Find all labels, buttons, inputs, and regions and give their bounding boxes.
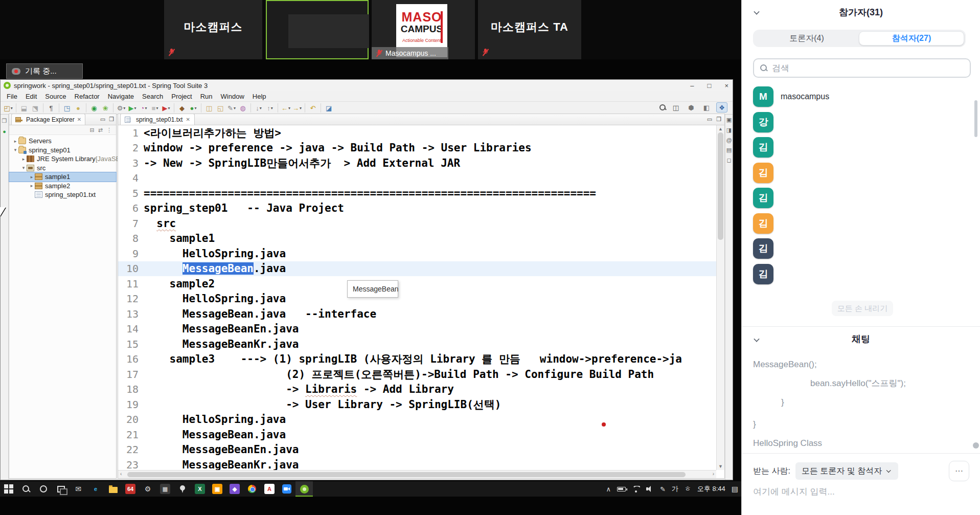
toolbar-open-type-icon[interactable]: ◫: [203, 102, 215, 114]
close-view-icon[interactable]: ✕: [77, 117, 81, 122]
taskbar-settings-icon[interactable]: ⚙: [139, 481, 156, 497]
close-tab-icon[interactable]: ✕: [186, 117, 190, 122]
editor-line-4[interactable]: 4: [118, 171, 716, 186]
quick-search-icon[interactable]: [659, 104, 666, 111]
editor-line-9[interactable]: 9 HelloSpring.java: [118, 246, 716, 261]
minimize-editor-icon[interactable]: ▭: [707, 116, 712, 123]
toolbar-save-all-icon[interactable]: ⬔: [30, 102, 41, 114]
tree-item-src[interactable]: ▾src: [9, 164, 116, 173]
toolbar-import-icon[interactable]: ◱: [215, 102, 226, 114]
menu-edit[interactable]: Edit: [21, 92, 41, 101]
tasks-view-icon[interactable]: ▤: [726, 147, 732, 153]
toolbar-start-server-icon[interactable]: ◉: [88, 102, 100, 114]
taskbar-search-icon[interactable]: [17, 481, 35, 497]
expander-icon[interactable]: ▸: [20, 156, 27, 162]
editor-line-13[interactable]: 13 MessageBean.java --interface: [118, 306, 716, 322]
toolbar-new-wizard-icon[interactable]: ◰▾: [3, 102, 14, 114]
video-tile-1[interactable]: 마소캠퍼스: [164, 0, 262, 59]
taskbar-excel-icon[interactable]: X: [191, 481, 209, 497]
close-button[interactable]: ×: [724, 82, 728, 89]
participant-row[interactable]: 강: [753, 112, 773, 132]
maximize-view-icon[interactable]: ❒: [109, 116, 114, 123]
editor-horizontal-scrollbar[interactable]: ‹ ›: [118, 470, 716, 478]
editor-line-22[interactable]: 22 MessageBeanEn.java: [118, 442, 716, 458]
tab-panelists[interactable]: 토론자(4): [755, 31, 859, 46]
ime-hangul-icon[interactable]: ㅎ: [685, 484, 691, 494]
video-tile-4[interactable]: 마소캠퍼스 TA: [478, 0, 581, 59]
menu-file[interactable]: File: [3, 92, 21, 101]
participant-row[interactable]: 김: [753, 213, 773, 234]
console-view-icon[interactable]: ◻: [726, 157, 731, 164]
boot-dashboard-icon[interactable]: ●: [3, 128, 6, 135]
expander-icon[interactable]: ▸: [29, 183, 35, 188]
editor-vertical-scrollbar[interactable]: ▲ ▼: [716, 125, 724, 470]
perspective-java-icon[interactable]: ❖: [716, 102, 727, 113]
taskbar-edge-icon[interactable]: e: [87, 481, 104, 497]
ime-korean-indicator[interactable]: 가: [672, 484, 678, 494]
video-tile-3[interactable]: MASOCAMPUSActionable ContentMasocampus .…: [372, 0, 475, 59]
taskbar-zoom-icon[interactable]: [278, 481, 295, 497]
editor-line-10[interactable]: 10 MessageBean.java: [118, 261, 716, 277]
participants-scrollbar[interactable]: [974, 100, 977, 137]
editor-line-14[interactable]: 14 MessageBeanEn.java: [118, 322, 716, 337]
menu-search[interactable]: Search: [138, 92, 167, 101]
pen-icon[interactable]: ✎: [660, 485, 666, 493]
participant-row[interactable]: 김: [753, 163, 773, 183]
editor-line-23[interactable]: 23 MessageBeanKr.java: [118, 457, 716, 470]
speaker-icon[interactable]: [646, 486, 654, 492]
toolbar-annotate-icon[interactable]: ✎▾: [226, 102, 237, 114]
toolbar-print-icon[interactable]: ¶: [45, 102, 57, 114]
participant-row[interactable]: Mmasocampus: [753, 86, 829, 107]
editor-line-15[interactable]: 15 MessageBeanKr.java: [118, 337, 716, 352]
collapse-participants-icon[interactable]: [754, 9, 760, 13]
editor-line-18[interactable]: 18 -> Libraris -> Add Library: [118, 382, 716, 397]
taskbar-file-explorer-icon[interactable]: [104, 481, 122, 497]
tree-item-jre-system-library[interactable]: ▸JRE System Library [JavaSE-1.8]: [9, 154, 116, 164]
menu-help[interactable]: Help: [248, 92, 270, 101]
toolbar-external-tools-icon[interactable]: ⚙▾: [116, 102, 127, 114]
recipient-dropdown[interactable]: 모든 토론자 및 참석자: [795, 462, 898, 480]
battery-icon[interactable]: [617, 487, 626, 491]
minimize-button[interactable]: –: [690, 82, 694, 89]
menu-source[interactable]: Source: [41, 92, 70, 101]
toolbar-forward-icon[interactable]: →▾: [291, 102, 303, 114]
collapse-chat-icon[interactable]: [754, 337, 760, 341]
toolbar-coverage-icon[interactable]: ◍: [237, 102, 248, 114]
scroll-down-arrow[interactable]: ▼: [717, 464, 724, 469]
participant-search-input[interactable]: 검색: [753, 58, 971, 78]
expander-icon[interactable]: ▸: [12, 139, 18, 144]
editor-line-6[interactable]: 6spring_step01 -- Java Project: [118, 201, 716, 216]
taskbar-mail-icon[interactable]: ✉: [70, 481, 87, 497]
chat-message-input[interactable]: 여기에 메시지 입력...: [753, 486, 835, 498]
perspective-resource-icon[interactable]: ◧: [701, 102, 712, 113]
restore-panel-icon[interactable]: ❐: [2, 118, 7, 124]
restore-view-icon[interactable]: ▣: [726, 117, 732, 123]
notification-center-icon[interactable]: ▤: [732, 485, 738, 493]
open-perspective-icon[interactable]: ◫: [670, 102, 681, 113]
editor-line-11[interactable]: 11 sample2: [118, 276, 716, 292]
participant-row[interactable]: 김: [753, 238, 773, 259]
toolbar-search-light-icon[interactable]: ●: [73, 102, 84, 114]
menu-refactor[interactable]: Refactor: [71, 92, 104, 101]
chat-more-button[interactable]: ···: [949, 461, 969, 481]
taskbar-clock[interactable]: 오후 8:44: [697, 484, 725, 494]
toolbar-save-icon[interactable]: ⬓: [18, 102, 30, 114]
chat-scrollbar-dot[interactable]: [973, 442, 979, 449]
link-with-editor-icon[interactable]: ⇄: [98, 127, 103, 133]
editor-line-1[interactable]: 1<라이브러리추가하는 방법>: [118, 125, 716, 141]
tree-item-sample2[interactable]: ▸sample2: [9, 182, 116, 191]
tray-chevron-icon[interactable]: ∧: [606, 485, 611, 493]
editor-line-8[interactable]: 8 sample1: [118, 231, 716, 247]
wifi-icon[interactable]: [632, 486, 640, 492]
eclipse-title-bar[interactable]: springwork - spring_step01/spring_step01…: [1, 80, 733, 91]
maximize-button[interactable]: □: [708, 82, 712, 89]
taskbar-app-dark-icon[interactable]: ▦: [156, 481, 174, 497]
tree-item-servers[interactable]: ▸Servers: [9, 137, 116, 146]
minimize-view-icon[interactable]: ▭: [100, 116, 105, 123]
menu-run[interactable]: Run: [196, 92, 217, 101]
taskbar-app-red-a-icon[interactable]: A: [261, 481, 278, 497]
taskbar-maps-icon[interactable]: [174, 481, 191, 497]
menu-project[interactable]: Project: [167, 92, 196, 101]
toolbar-stop-icon[interactable]: ■▾: [149, 102, 161, 114]
taskbar-cortana-icon[interactable]: [35, 481, 52, 497]
